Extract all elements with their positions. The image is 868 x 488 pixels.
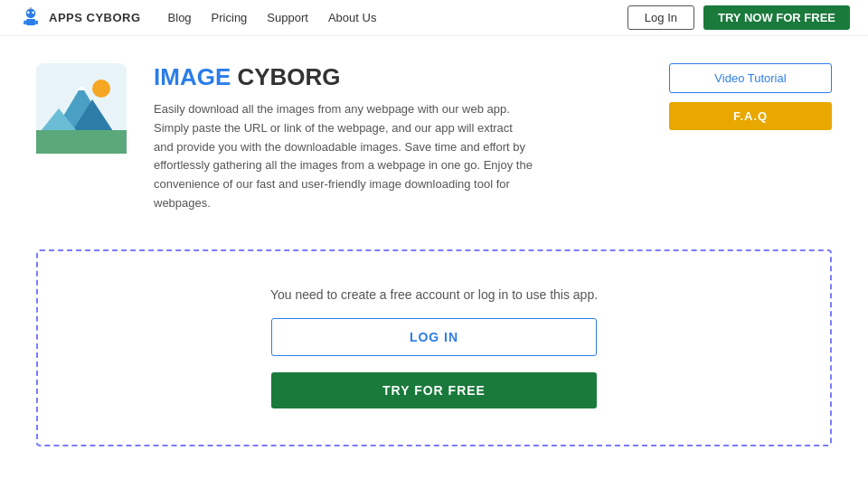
svg-rect-1 (26, 18, 36, 24)
logo-text: APPS CYBORG (49, 11, 141, 24)
nav-about[interactable]: About Us (328, 11, 376, 24)
hero-section: IMAGE CYBORG Easily download all the ima… (0, 36, 868, 231)
logo-icon (18, 5, 43, 31)
nav-pricing[interactable]: Pricing (212, 11, 248, 24)
svg-point-3 (32, 11, 34, 14)
video-tutorial-button[interactable]: Video Tutorial (669, 63, 832, 93)
faq-button[interactable]: F.A.Q (669, 102, 832, 130)
svg-point-12 (92, 80, 110, 98)
hero-description: Easily download all the images from any … (154, 100, 533, 213)
hero-image-icon (36, 63, 127, 154)
svg-rect-7 (35, 20, 38, 23)
cta-section: You need to create a free account or log… (36, 249, 832, 446)
nav: Blog Pricing Support About Us (168, 11, 627, 24)
svg-rect-5 (30, 6, 32, 9)
try-now-button[interactable]: TRY NOW FOR FREE (703, 5, 850, 30)
cta-message: You need to create a free account or log… (270, 287, 598, 302)
svg-rect-6 (24, 20, 26, 23)
header: APPS CYBORG Blog Pricing Support About U… (0, 0, 868, 36)
logo-area: APPS CYBORG (18, 5, 141, 31)
login-button[interactable]: Log In (627, 5, 694, 30)
svg-rect-13 (36, 130, 127, 154)
header-actions: Log In TRY NOW FOR FREE (627, 5, 850, 30)
cta-try-free-button[interactable]: TRY FOR FREE (271, 372, 597, 408)
cta-login-button[interactable]: LOG IN (271, 318, 597, 356)
hero-content: IMAGE CYBORG Easily download all the ima… (154, 63, 642, 213)
hero-buttons: Video Tutorial F.A.Q (669, 63, 832, 130)
svg-point-2 (27, 11, 30, 14)
hero-title-image: IMAGE (154, 63, 231, 90)
most-popular-section: MOST POPULARCYBORG WEB APPS ▶ VIDEO CYBO… (0, 465, 868, 488)
nav-support[interactable]: Support (267, 11, 308, 24)
hero-title-cyborg: CYBORG (231, 63, 340, 90)
nav-blog[interactable]: Blog (168, 11, 192, 24)
hero-title: IMAGE CYBORG (154, 63, 642, 91)
